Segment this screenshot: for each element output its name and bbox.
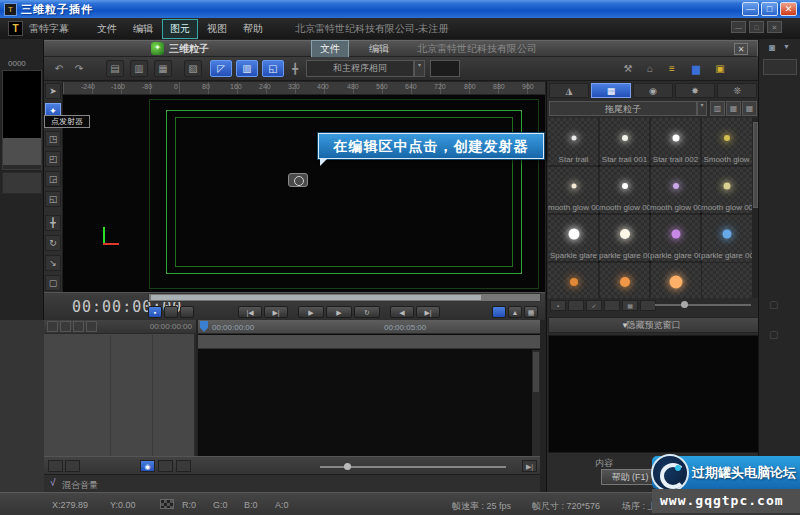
timeline-scrollbar-thumb[interactable] bbox=[533, 352, 539, 392]
playhead-marker[interactable] bbox=[200, 321, 208, 332]
shield-icon[interactable]: ◙ bbox=[769, 42, 775, 53]
camera-tool-1[interactable]: ◳ bbox=[45, 131, 61, 147]
scale-tool[interactable]: ↘ bbox=[45, 255, 61, 271]
camera-tool-2[interactable]: ◰ bbox=[45, 151, 61, 167]
scrub-bar[interactable] bbox=[148, 293, 541, 302]
camera-tool-3[interactable]: ◲ bbox=[45, 171, 61, 187]
particle-preset[interactable]: mooth glow 00 bbox=[548, 166, 599, 214]
new-button[interactable]: ▤ bbox=[106, 60, 124, 77]
layers-icon[interactable]: ≡ bbox=[664, 60, 680, 77]
save-button[interactable]: ▦ bbox=[154, 60, 172, 77]
particle-preset[interactable] bbox=[650, 262, 701, 298]
library-button-1[interactable]: ▥ bbox=[710, 101, 725, 116]
value-box[interactable] bbox=[430, 60, 460, 77]
grid-control-4[interactable] bbox=[604, 300, 620, 311]
menu-file[interactable]: 文件 bbox=[90, 20, 124, 38]
particle-preset[interactable]: parkle glare 00 bbox=[650, 214, 701, 262]
particle-preset[interactable]: mooth glow 00 bbox=[701, 166, 752, 214]
edit-canvas[interactable] bbox=[63, 95, 545, 292]
particle-preset[interactable]: Smooth glow bbox=[701, 118, 752, 166]
minimize-button[interactable]: — bbox=[742, 2, 759, 16]
grid-control-6[interactable] bbox=[640, 300, 656, 311]
thumbnail-size-slider[interactable] bbox=[655, 304, 751, 306]
rotate-tool[interactable]: ↻ bbox=[45, 235, 61, 251]
step-back-button[interactable]: |◀ bbox=[238, 306, 262, 318]
menu-element[interactable]: 图元 bbox=[162, 19, 198, 39]
inner-minimize-button[interactable]: — bbox=[731, 21, 746, 33]
mini-button-1[interactable]: ▪ bbox=[148, 306, 162, 318]
mix-volume-check-icon[interactable]: √ bbox=[50, 477, 56, 488]
blend-mode-spinner[interactable]: ▾ bbox=[414, 60, 425, 77]
timeline-clip-area[interactable]: 00:00:00:00 00:00:05:00 bbox=[198, 320, 540, 456]
chevron-down-icon[interactable]: ▼ bbox=[783, 43, 790, 50]
save-as-button[interactable]: ▧ bbox=[184, 60, 202, 77]
crosshair-icon[interactable]: ╋ bbox=[287, 60, 303, 77]
open-button[interactable]: ▥ bbox=[130, 60, 148, 77]
inner-close-button[interactable]: ✕ bbox=[767, 21, 782, 33]
select-tool[interactable]: ➤ bbox=[45, 83, 61, 99]
tab-particles[interactable]: ✸ bbox=[675, 83, 715, 98]
menu-edit[interactable]: 编辑 bbox=[126, 20, 160, 38]
library-button-2[interactable]: ▦ bbox=[726, 101, 741, 116]
mode-button-3[interactable]: ▦ bbox=[524, 306, 538, 318]
bottom-button-right[interactable]: ▶| bbox=[522, 460, 537, 472]
loop-button[interactable]: ↻ bbox=[354, 306, 380, 318]
prev-key-button[interactable]: ◀ bbox=[390, 306, 414, 318]
particle-preset[interactable]: Star trail bbox=[548, 118, 599, 166]
audio-button-2[interactable] bbox=[158, 460, 173, 472]
hide-preview-bar[interactable]: ▼ 隐藏预览窗口 bbox=[548, 317, 759, 333]
maximize-button[interactable]: □ bbox=[761, 2, 778, 16]
move-tool[interactable]: ╋ bbox=[45, 215, 61, 231]
volume-slider-knob[interactable] bbox=[344, 463, 351, 470]
tab-emitters[interactable]: ◮ bbox=[549, 83, 589, 98]
timeline-ruler[interactable]: 00:00:00:00 00:00:05:00 bbox=[198, 320, 540, 334]
plugin-close-button[interactable]: ✕ bbox=[734, 43, 748, 55]
play-from-start-button[interactable]: ▶ bbox=[298, 306, 324, 318]
track-button-2[interactable] bbox=[60, 321, 71, 332]
timeline-track-row[interactable] bbox=[198, 335, 540, 349]
library-button-3[interactable]: ▦ bbox=[742, 101, 757, 116]
particle-preset[interactable]: parkle glare 00 bbox=[701, 214, 752, 262]
plugin-tab-file[interactable]: 文件 bbox=[311, 40, 349, 58]
home-icon[interactable]: ⌂ bbox=[642, 60, 658, 77]
particle-preset[interactable]: parkle glare 00 bbox=[599, 214, 650, 262]
mini-button-2[interactable] bbox=[164, 306, 178, 318]
particle-preset[interactable] bbox=[599, 262, 650, 298]
camera-tool-4[interactable]: ◱ bbox=[45, 191, 61, 207]
clip-thumbnail-2[interactable] bbox=[2, 172, 42, 194]
inner-maximize-button[interactable]: □ bbox=[749, 21, 764, 33]
track-button-1[interactable] bbox=[47, 321, 58, 332]
particle-preset[interactable]: Star trail 002 bbox=[650, 118, 701, 166]
menu-view[interactable]: 视图 bbox=[200, 20, 234, 38]
blend-mode-dropdown[interactable]: 和主程序相同 bbox=[306, 60, 414, 77]
menu-help[interactable]: 帮助 bbox=[236, 20, 270, 38]
category-spinner[interactable]: ▾ bbox=[697, 101, 707, 116]
mode-button-1[interactable] bbox=[492, 306, 506, 318]
track-button-3[interactable] bbox=[73, 321, 84, 332]
host-app-name[interactable]: 雷特字幕 bbox=[29, 22, 69, 36]
mode-button-2[interactable]: ▲ bbox=[508, 306, 522, 318]
volume-slider[interactable] bbox=[320, 466, 506, 468]
bottom-button-2[interactable] bbox=[65, 460, 80, 472]
play-button[interactable]: ▶ bbox=[326, 306, 352, 318]
particle-preset[interactable]: Star trail 001 bbox=[599, 118, 650, 166]
tab-library[interactable]: ▦ bbox=[591, 83, 631, 98]
wrench-icon[interactable]: ⚒ bbox=[620, 60, 636, 77]
particle-preset[interactable]: Sparkle glare bbox=[548, 214, 599, 262]
folder-icon[interactable]: ▣ bbox=[712, 60, 728, 77]
step-forward-button[interactable]: ▶| bbox=[264, 306, 288, 318]
mini-button-3[interactable] bbox=[180, 306, 194, 318]
grid-control-3[interactable]: ✓ bbox=[586, 300, 602, 311]
view-frame-button[interactable]: ◱ bbox=[262, 60, 284, 77]
particle-preset[interactable]: mooth glow 00 bbox=[599, 166, 650, 214]
particle-preset[interactable]: mooth glow 00 bbox=[650, 166, 701, 214]
redo-button[interactable]: ↷ bbox=[70, 60, 88, 77]
view-columns-button[interactable]: ▥ bbox=[236, 60, 258, 77]
tab-effects[interactable]: ❊ bbox=[717, 83, 757, 98]
next-key-button[interactable]: ▶| bbox=[416, 306, 440, 318]
region-tool[interactable]: ▢ bbox=[45, 275, 61, 291]
particle-category-dropdown[interactable]: 拖尾粒子 bbox=[549, 101, 697, 116]
timeline-scrollbar[interactable] bbox=[532, 350, 540, 456]
clip-icon[interactable]: ▆ bbox=[688, 60, 704, 77]
grid-control-2[interactable] bbox=[568, 300, 584, 311]
